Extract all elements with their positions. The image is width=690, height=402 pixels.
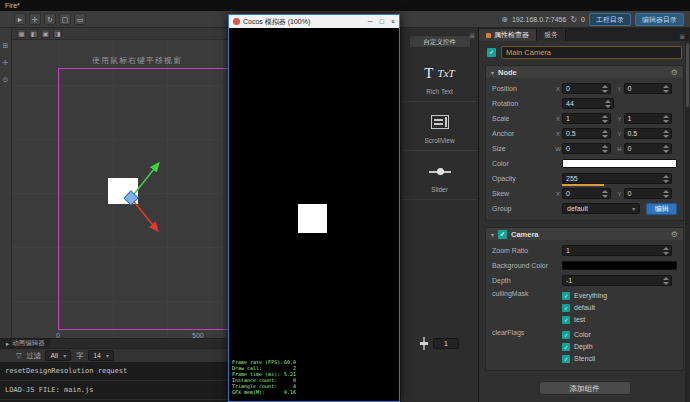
- font-size-select[interactable]: 14 ▾: [88, 350, 114, 361]
- cullingmask-option[interactable]: ✓ default: [562, 302, 607, 313]
- rotate-tool-icon[interactable]: ↻: [44, 13, 56, 25]
- filter-icon[interactable]: ▽: [16, 352, 21, 360]
- stepper[interactable]: [663, 115, 670, 123]
- stepper[interactable]: [602, 115, 609, 123]
- scale-tool-icon[interactable]: ▢: [59, 13, 71, 25]
- minimize-icon[interactable]: ─: [368, 18, 373, 25]
- position-x-input[interactable]: 0: [562, 83, 611, 94]
- simulator-titlebar[interactable]: Cocos 模拟器 (100%) ─ □ ×: [229, 15, 399, 28]
- stepper[interactable]: [663, 277, 670, 285]
- skew-y-input[interactable]: 0: [624, 188, 673, 199]
- stepper[interactable]: [663, 247, 670, 255]
- layout-icon[interactable]: ⊞: [3, 42, 9, 50]
- gallery-item-richtext[interactable]: T TxT Rich Text: [401, 53, 478, 102]
- stepper[interactable]: [663, 175, 670, 183]
- stepper[interactable]: [663, 130, 670, 138]
- scale-y-input[interactable]: 1: [624, 113, 673, 124]
- anchor-x-input[interactable]: 0.5: [562, 128, 611, 139]
- zoom-ratio-row: Zoom Ratio 1: [486, 243, 683, 258]
- clearflags-option[interactable]: ✓ Depth: [562, 341, 595, 352]
- tab-animation-editor[interactable]: ▸ 动画编辑器: [0, 339, 51, 348]
- close-icon[interactable]: ×: [391, 18, 395, 25]
- grid-toggle-icon[interactable]: ▦: [17, 29, 26, 38]
- zoom-ratio-input[interactable]: 1: [562, 245, 672, 256]
- node-section-header[interactable]: ▾ Node ⚙: [485, 65, 684, 78]
- gear-icon[interactable]: ⚙: [671, 68, 678, 77]
- collapse-arrow-icon[interactable]: ▾: [491, 231, 494, 238]
- project-dir-button[interactable]: 工程目录: [589, 13, 631, 26]
- view-settings-icon[interactable]: ◨: [53, 29, 62, 38]
- skew-x-input[interactable]: 0: [562, 188, 611, 199]
- stepper[interactable]: [663, 145, 670, 153]
- node-color-swatch[interactable]: [562, 159, 677, 168]
- log-level-select[interactable]: All ▾: [45, 350, 71, 361]
- pan-icon[interactable]: ✛: [3, 59, 9, 67]
- node-active-checkbox[interactable]: ✓: [487, 48, 496, 57]
- panel-menu-icon[interactable]: ≣: [469, 32, 475, 40]
- rect-tool-icon[interactable]: ▭: [74, 13, 86, 25]
- scrollbar-thumb[interactable]: [686, 43, 689, 107]
- move-tool-icon[interactable]: ✛: [29, 13, 41, 25]
- opacity-input[interactable]: 255: [562, 173, 672, 184]
- tab-services[interactable]: 服务: [537, 29, 566, 41]
- rotation-input[interactable]: 44: [562, 98, 614, 109]
- camera-section-body: Zoom Ratio 1 Background Color Depth -1 c…: [485, 240, 684, 371]
- gizmo-x-arrow[interactable]: [131, 198, 157, 230]
- opacity-label: Opacity: [492, 175, 554, 182]
- stepper[interactable]: [663, 85, 670, 93]
- checkbox-checked-icon[interactable]: ✓: [562, 343, 570, 351]
- checkbox-checked-icon[interactable]: ✓: [562, 331, 570, 339]
- node-name-field[interactable]: Main Camera: [501, 46, 682, 59]
- stepper[interactable]: [602, 85, 609, 93]
- depth-input[interactable]: -1: [562, 275, 672, 286]
- chevron-down-icon: ▾: [106, 352, 109, 359]
- gear-icon[interactable]: ⚙: [671, 230, 678, 239]
- panel-menu-icon[interactable]: ≣: [679, 33, 690, 41]
- rotation-label: Rotation: [492, 100, 554, 107]
- clearflags-option[interactable]: ✓ Color: [562, 329, 595, 340]
- clearflags-option[interactable]: ✓ Stencil: [562, 353, 595, 364]
- cullingmask-row: cullingMask ✓ Everything ✓ default ✓: [486, 288, 683, 327]
- stepper[interactable]: [605, 100, 612, 108]
- tab-custom-widgets[interactable]: 自定义控件: [409, 35, 471, 48]
- filter-label: 过滤: [26, 351, 40, 361]
- network-icon: ⊕: [501, 15, 508, 24]
- stepper[interactable]: [663, 190, 670, 198]
- camera-view-icon[interactable]: ▣: [41, 29, 50, 38]
- stepper[interactable]: [602, 130, 609, 138]
- group-select[interactable]: default ▾: [562, 203, 640, 214]
- add-component-button[interactable]: 添加组件: [539, 381, 631, 395]
- snap-toggle-icon[interactable]: ◧: [29, 29, 38, 38]
- cullingmask-option[interactable]: ✓ Everything: [562, 290, 607, 301]
- size-row: Size W 0 H 0: [486, 141, 683, 156]
- gallery-item-scrollview[interactable]: ScrollView: [401, 102, 478, 151]
- zoom-icon[interactable]: ⊙: [3, 76, 9, 84]
- scale-x-input[interactable]: 1: [562, 113, 611, 124]
- checkbox-checked-icon[interactable]: ✓: [562, 292, 570, 300]
- checkbox-checked-icon[interactable]: ✓: [562, 304, 570, 312]
- checkbox-checked-icon[interactable]: ✓: [562, 316, 570, 324]
- editor-dir-button[interactable]: 编辑器目录: [635, 13, 684, 26]
- size-h-input[interactable]: 0: [624, 143, 673, 154]
- size-w-input[interactable]: 0: [562, 143, 611, 154]
- collapse-arrow-icon[interactable]: ▾: [491, 69, 494, 76]
- anchor-y-input[interactable]: 0.5: [624, 128, 673, 139]
- tab-properties[interactable]: 属性检查器: [479, 29, 537, 41]
- background-color-swatch[interactable]: [562, 261, 677, 270]
- stepper[interactable]: [602, 190, 609, 198]
- select-tool-icon[interactable]: ►: [14, 13, 26, 25]
- maximize-icon[interactable]: □: [380, 18, 384, 25]
- page-input[interactable]: 1: [433, 338, 459, 349]
- stepper[interactable]: [602, 145, 609, 153]
- gizmo-y-arrow[interactable]: [131, 164, 158, 198]
- camera-section-header[interactable]: ▾ ✓ Camera ⚙: [485, 227, 684, 240]
- group-edit-button[interactable]: 编辑: [646, 203, 677, 215]
- position-y-input[interactable]: 0: [624, 83, 673, 94]
- cullingmask-option[interactable]: ✓ test: [562, 314, 607, 325]
- inspector-scrollbar[interactable]: [685, 41, 690, 402]
- checkbox-checked-icon[interactable]: ✓: [562, 355, 570, 363]
- opacity-slider[interactable]: [562, 184, 604, 186]
- refresh-icon[interactable]: ↻: [570, 15, 577, 24]
- gallery-item-slider[interactable]: Slider: [401, 151, 478, 200]
- camera-enabled-checkbox[interactable]: ✓: [498, 230, 507, 239]
